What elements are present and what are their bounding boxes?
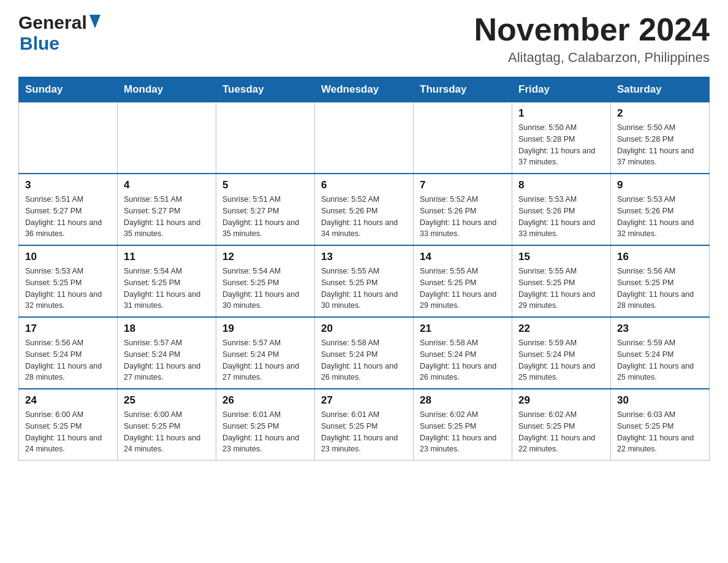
- calendar-table: SundayMondayTuesdayWednesdayThursdayFrid…: [18, 77, 710, 461]
- day-info: Sunrise: 5:59 AMSunset: 5:24 PMDaylight:…: [518, 337, 604, 383]
- day-number: 6: [321, 179, 407, 191]
- day-info: Sunrise: 5:58 AMSunset: 5:24 PMDaylight:…: [420, 337, 506, 383]
- day-info: Sunrise: 6:01 AMSunset: 5:25 PMDaylight:…: [222, 409, 308, 455]
- week-row-1: 1Sunrise: 5:50 AMSunset: 5:28 PMDaylight…: [19, 102, 710, 174]
- day-number: 21: [420, 323, 506, 335]
- day-cell-w2-d3: 5Sunrise: 5:51 AMSunset: 5:27 PMDaylight…: [216, 174, 315, 245]
- day-cell-w4-d7: 23Sunrise: 5:59 AMSunset: 5:24 PMDayligh…: [611, 317, 710, 389]
- day-cell-w1-d2: [118, 102, 216, 174]
- day-number: 15: [518, 251, 604, 263]
- week-row-3: 10Sunrise: 5:53 AMSunset: 5:25 PMDayligh…: [19, 245, 710, 317]
- day-cell-w1-d3: [216, 102, 315, 174]
- day-number: 24: [25, 394, 111, 407]
- day-number: 3: [25, 179, 111, 191]
- weekday-header-monday: Monday: [118, 77, 216, 102]
- month-title: November 2024: [474, 12, 710, 47]
- day-info: Sunrise: 5:53 AMSunset: 5:26 PMDaylight:…: [617, 194, 703, 240]
- day-info: Sunrise: 5:57 AMSunset: 5:24 PMDaylight:…: [124, 337, 210, 383]
- logo-general-text: General: [18, 12, 87, 33]
- day-cell-w2-d1: 3Sunrise: 5:51 AMSunset: 5:27 PMDaylight…: [19, 174, 118, 245]
- day-info: Sunrise: 5:51 AMSunset: 5:27 PMDaylight:…: [222, 194, 308, 240]
- day-info: Sunrise: 5:50 AMSunset: 5:28 PMDaylight:…: [518, 122, 604, 168]
- day-cell-w4-d4: 20Sunrise: 5:58 AMSunset: 5:24 PMDayligh…: [315, 317, 414, 389]
- page-header: General Blue November 2024 Alitagtag, Ca…: [18, 12, 710, 66]
- day-cell-w3-d3: 12Sunrise: 5:54 AMSunset: 5:25 PMDayligh…: [216, 245, 315, 317]
- day-cell-w5-d7: 30Sunrise: 6:03 AMSunset: 5:25 PMDayligh…: [611, 389, 710, 461]
- day-cell-w3-d7: 16Sunrise: 5:56 AMSunset: 5:25 PMDayligh…: [611, 245, 710, 317]
- weekday-header-saturday: Saturday: [611, 77, 710, 102]
- day-cell-w2-d4: 6Sunrise: 5:52 AMSunset: 5:26 PMDaylight…: [315, 174, 414, 245]
- day-cell-w1-d7: 2Sunrise: 5:50 AMSunset: 5:28 PMDaylight…: [611, 102, 710, 174]
- title-block: November 2024 Alitagtag, Calabarzon, Phi…: [474, 12, 710, 66]
- day-number: 5: [222, 179, 308, 191]
- day-number: 7: [420, 179, 506, 191]
- day-number: 14: [420, 251, 506, 263]
- weekday-header-tuesday: Tuesday: [216, 77, 315, 102]
- day-cell-w4-d5: 21Sunrise: 5:58 AMSunset: 5:24 PMDayligh…: [414, 317, 512, 389]
- day-info: Sunrise: 6:01 AMSunset: 5:25 PMDaylight:…: [321, 409, 407, 455]
- weekday-header-wednesday: Wednesday: [315, 77, 414, 102]
- day-number: 19: [222, 323, 308, 335]
- day-info: Sunrise: 6:03 AMSunset: 5:25 PMDaylight:…: [617, 409, 703, 455]
- day-number: 20: [321, 323, 407, 335]
- day-cell-w1-d1: [19, 102, 118, 174]
- day-number: 23: [617, 323, 703, 335]
- day-number: 30: [617, 394, 703, 407]
- day-cell-w5-d5: 28Sunrise: 6:02 AMSunset: 5:25 PMDayligh…: [414, 389, 512, 461]
- day-info: Sunrise: 6:00 AMSunset: 5:25 PMDaylight:…: [25, 409, 111, 455]
- svg-marker-0: [89, 15, 100, 28]
- day-cell-w3-d2: 11Sunrise: 5:54 AMSunset: 5:25 PMDayligh…: [118, 245, 216, 317]
- day-cell-w5-d2: 25Sunrise: 6:00 AMSunset: 5:25 PMDayligh…: [118, 389, 216, 461]
- day-number: 25: [124, 394, 210, 407]
- day-cell-w5-d4: 27Sunrise: 6:01 AMSunset: 5:25 PMDayligh…: [315, 389, 414, 461]
- week-row-4: 17Sunrise: 5:56 AMSunset: 5:24 PMDayligh…: [19, 317, 710, 389]
- weekday-header-thursday: Thursday: [414, 77, 512, 102]
- day-info: Sunrise: 5:57 AMSunset: 5:24 PMDaylight:…: [222, 337, 308, 383]
- logo: General Blue: [18, 12, 100, 54]
- day-cell-w2-d6: 8Sunrise: 5:53 AMSunset: 5:26 PMDaylight…: [512, 174, 611, 245]
- day-info: Sunrise: 5:55 AMSunset: 5:25 PMDaylight:…: [420, 266, 506, 312]
- day-info: Sunrise: 5:54 AMSunset: 5:25 PMDaylight:…: [124, 266, 210, 312]
- day-cell-w4-d2: 18Sunrise: 5:57 AMSunset: 5:24 PMDayligh…: [118, 317, 216, 389]
- day-number: 1: [518, 107, 604, 120]
- day-cell-w1-d5: [414, 102, 512, 174]
- weekday-header-sunday: Sunday: [19, 77, 118, 102]
- day-number: 11: [124, 251, 210, 263]
- day-number: 8: [518, 179, 604, 191]
- day-number: 28: [420, 394, 506, 407]
- logo-blue-text: Blue: [20, 33, 59, 54]
- weekday-header-row: SundayMondayTuesdayWednesdayThursdayFrid…: [19, 77, 710, 102]
- day-cell-w4-d6: 22Sunrise: 5:59 AMSunset: 5:24 PMDayligh…: [512, 317, 611, 389]
- day-cell-w2-d5: 7Sunrise: 5:52 AMSunset: 5:26 PMDaylight…: [414, 174, 512, 245]
- day-info: Sunrise: 5:54 AMSunset: 5:25 PMDaylight:…: [222, 266, 308, 312]
- day-number: 16: [617, 251, 703, 263]
- day-info: Sunrise: 5:55 AMSunset: 5:25 PMDaylight:…: [321, 266, 407, 312]
- day-info: Sunrise: 6:02 AMSunset: 5:25 PMDaylight:…: [420, 409, 506, 455]
- day-cell-w2-d7: 9Sunrise: 5:53 AMSunset: 5:26 PMDaylight…: [611, 174, 710, 245]
- location-title: Alitagtag, Calabarzon, Philippines: [474, 50, 710, 66]
- day-number: 27: [321, 394, 407, 407]
- day-cell-w5-d3: 26Sunrise: 6:01 AMSunset: 5:25 PMDayligh…: [216, 389, 315, 461]
- logo-arrow-icon: [89, 15, 100, 31]
- day-info: Sunrise: 5:55 AMSunset: 5:25 PMDaylight:…: [518, 266, 604, 312]
- week-row-5: 24Sunrise: 6:00 AMSunset: 5:25 PMDayligh…: [19, 389, 710, 461]
- day-cell-w5-d1: 24Sunrise: 6:00 AMSunset: 5:25 PMDayligh…: [19, 389, 118, 461]
- day-info: Sunrise: 5:58 AMSunset: 5:24 PMDaylight:…: [321, 337, 407, 383]
- day-number: 18: [124, 323, 210, 335]
- day-cell-w4-d3: 19Sunrise: 5:57 AMSunset: 5:24 PMDayligh…: [216, 317, 315, 389]
- day-cell-w2-d2: 4Sunrise: 5:51 AMSunset: 5:27 PMDaylight…: [118, 174, 216, 245]
- day-cell-w5-d6: 29Sunrise: 6:02 AMSunset: 5:25 PMDayligh…: [512, 389, 611, 461]
- day-info: Sunrise: 5:53 AMSunset: 5:25 PMDaylight:…: [25, 266, 111, 312]
- week-row-2: 3Sunrise: 5:51 AMSunset: 5:27 PMDaylight…: [19, 174, 710, 245]
- day-number: 12: [222, 251, 308, 263]
- day-info: Sunrise: 5:59 AMSunset: 5:24 PMDaylight:…: [617, 337, 703, 383]
- day-number: 9: [617, 179, 703, 191]
- day-cell-w3-d4: 13Sunrise: 5:55 AMSunset: 5:25 PMDayligh…: [315, 245, 414, 317]
- day-cell-w3-d6: 15Sunrise: 5:55 AMSunset: 5:25 PMDayligh…: [512, 245, 611, 317]
- day-cell-w1-d6: 1Sunrise: 5:50 AMSunset: 5:28 PMDaylight…: [512, 102, 611, 174]
- day-info: Sunrise: 5:53 AMSunset: 5:26 PMDaylight:…: [518, 194, 604, 240]
- day-info: Sunrise: 5:56 AMSunset: 5:24 PMDaylight:…: [25, 337, 111, 383]
- day-info: Sunrise: 6:02 AMSunset: 5:25 PMDaylight:…: [518, 409, 604, 455]
- day-number: 13: [321, 251, 407, 263]
- day-number: 4: [124, 179, 210, 191]
